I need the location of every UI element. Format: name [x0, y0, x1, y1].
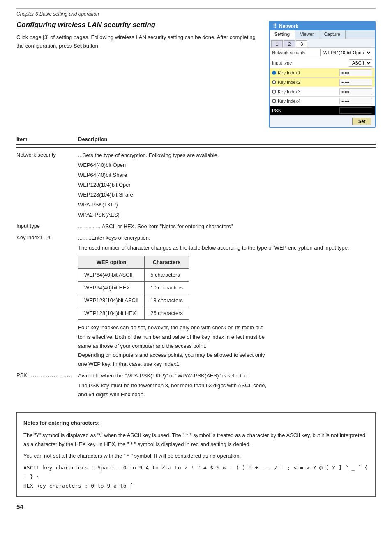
tab-capture[interactable]: Capture — [319, 30, 346, 39]
panel-footer: Set — [270, 116, 375, 127]
network-security-select[interactable]: WEP64(40)bit Open — [320, 49, 372, 56]
section-intro: Click page [3] of setting pages. Followi… — [16, 33, 256, 51]
input-type-label: Input type — [272, 60, 349, 65]
wep-option-2: WEP64(40)bit HEX — [78, 282, 145, 294]
col-header-desc: Description — [78, 136, 376, 142]
wep-col-option: WEP option — [78, 256, 145, 268]
notes-line-1: The "¥" symbol is displayed as "\" when … — [23, 431, 369, 449]
subtab-1[interactable]: 1 — [271, 40, 283, 47]
set-button[interactable]: Set — [352, 118, 371, 125]
input-type-row: Input type ASCII — [270, 58, 375, 68]
desc-row-key-index: Key index1 - 4 .........Enter keys of en… — [16, 234, 376, 370]
table-row: WEP64(40)bit HEX 10 characters — [78, 282, 189, 294]
wep-chars-2: 10 characters — [145, 282, 189, 294]
table-row: WEP128(104)bit HEX 26 characters — [78, 307, 189, 320]
key-index4-row: Key Index4 — [270, 97, 375, 106]
wep-chars-1: 5 characters — [145, 269, 189, 282]
network-security-row: Network security WEP64(40)bit Open — [270, 48, 375, 58]
table-row: WEP64(40)bit ASCII 5 characters — [78, 269, 189, 282]
psk-label: PSK — [272, 108, 339, 113]
wep-col-chars: Characters — [145, 256, 189, 268]
panel-title: Network — [279, 23, 298, 29]
wep-chars-4: 26 characters — [145, 307, 189, 320]
notes-line-3: ASCII key characters : Space - 0 to 9 A … — [23, 463, 369, 481]
network-security-label: Network security — [272, 50, 320, 55]
wep-option-1: WEP64(40)bit ASCII — [78, 269, 145, 282]
key-index2-label: Key Index2 — [278, 80, 339, 85]
key-index2-input[interactable] — [339, 79, 372, 86]
item-key-index: Key index1 - 4 — [16, 234, 78, 370]
subtab-3[interactable]: 3 — [296, 40, 307, 47]
item-network-security: Network security — [16, 151, 78, 220]
wep-table: WEP option Characters WEP64(40)bit ASCII… — [78, 256, 189, 320]
network-panel: ⠿ Network Setting Viewer Capture 1 2 3 N… — [269, 21, 376, 128]
content-input-type: ................ASCII or HEX. See item "… — [78, 222, 376, 232]
tab-viewer[interactable]: Viewer — [295, 30, 319, 39]
key-index2-row: Key Index2 — [270, 78, 375, 87]
psk-input[interactable] — [339, 107, 372, 114]
item-input-type: Input type — [16, 222, 78, 232]
panel-titlebar: ⠿ Network — [270, 22, 375, 30]
key-index3-radio[interactable] — [272, 90, 276, 94]
panel-tabs: Setting Viewer Capture — [270, 30, 375, 39]
key-index4-label: Key Index4 — [278, 99, 339, 104]
content-key-index: .........Enter keys of encryption. The u… — [78, 234, 376, 370]
notes-box: Notes for entering characters: The "¥" s… — [16, 412, 376, 497]
desc-row-network-security: Network security ...Sets the type of enc… — [16, 151, 376, 220]
content-network-security: ...Sets the type of encryption. Followin… — [78, 151, 376, 220]
wep-option-4: WEP128(104)bit HEX — [78, 307, 145, 320]
desc-row-input-type: Input type ................ASCII or HEX.… — [16, 222, 376, 232]
wep-chars-3: 13 characters — [145, 294, 189, 307]
grid-icon: ⠿ — [273, 23, 277, 29]
section-heading: Configuring wireless LAN security settin… — [16, 21, 256, 29]
chapter-title: Chapter 6 Basic setting and operation — [16, 8, 376, 17]
wep-option-3: WEP128(104)bit ASCII — [78, 294, 145, 307]
input-type-select[interactable]: ASCII — [349, 59, 372, 67]
panel-subtabs: 1 2 3 — [270, 39, 375, 48]
key-index1-input[interactable] — [339, 69, 372, 76]
key-index4-radio[interactable] — [272, 99, 276, 103]
key-index3-label: Key Index3 — [278, 89, 339, 94]
table-row: WEP128(104)bit ASCII 13 characters — [78, 294, 189, 307]
key-index1-label: Key Index1 — [278, 70, 339, 75]
notes-line-4: HEX key characters : 0 to 9 a to f — [23, 481, 369, 490]
tab-setting[interactable]: Setting — [270, 30, 295, 39]
notes-line-2: You can not set all the characters with … — [23, 451, 369, 460]
key-index1-radio[interactable] — [272, 71, 276, 75]
item-psk: PSK........................ — [16, 371, 78, 400]
key-index1-row: Key Index1 — [270, 68, 375, 78]
psk-row: PSK — [270, 106, 375, 116]
subtab-2[interactable]: 2 — [284, 40, 295, 47]
col-header-item: Item — [16, 136, 78, 142]
key-index3-row: Key Index3 — [270, 87, 375, 97]
description-table: Item Description Network security ...Set… — [16, 136, 376, 400]
desc-row-psk: PSK........................ Available wh… — [16, 371, 376, 400]
content-psk: Available when the "WPA-PSK(TKIP)" or "W… — [78, 371, 376, 400]
key-index3-input[interactable] — [339, 88, 372, 95]
key-index2-radio[interactable] — [272, 80, 276, 84]
page-number: 54 — [16, 503, 376, 510]
key-index4-input[interactable] — [339, 98, 372, 104]
notes-title: Notes for entering characters: — [23, 419, 369, 428]
